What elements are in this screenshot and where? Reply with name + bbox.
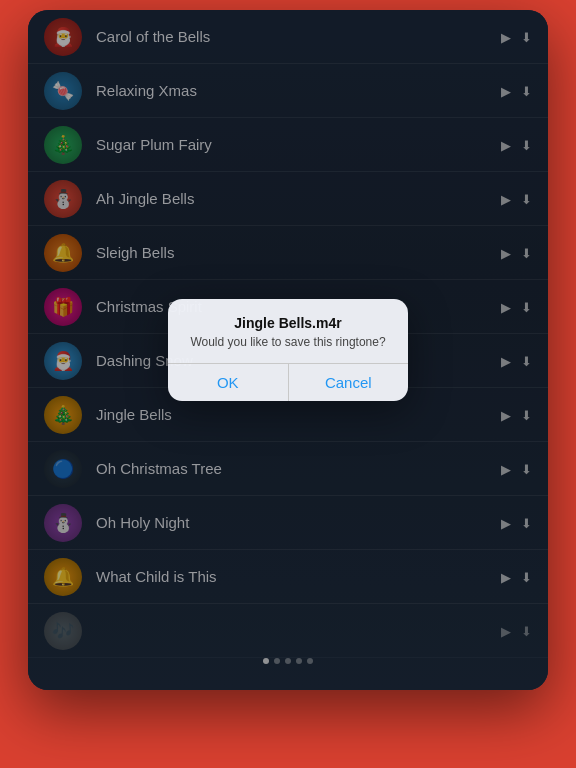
app-screen: 🎅 Carol of the Bells 🍬 Relaxing Xmas 🎄 S… xyxy=(28,10,548,690)
dialog-cancel-button[interactable]: Cancel xyxy=(289,364,409,401)
dialog-title: Jingle Bells.m4r xyxy=(168,315,408,335)
save-dialog: Jingle Bells.m4r Would you like to save … xyxy=(168,299,408,401)
dialog-buttons: OK Cancel xyxy=(168,363,408,401)
dialog-ok-button[interactable]: OK xyxy=(168,364,289,401)
device-frame: 🎅 Carol of the Bells 🍬 Relaxing Xmas 🎄 S… xyxy=(28,10,548,690)
dialog-message: Would you like to save this ringtone? xyxy=(168,335,408,363)
dialog-overlay: Jingle Bells.m4r Would you like to save … xyxy=(28,10,548,690)
